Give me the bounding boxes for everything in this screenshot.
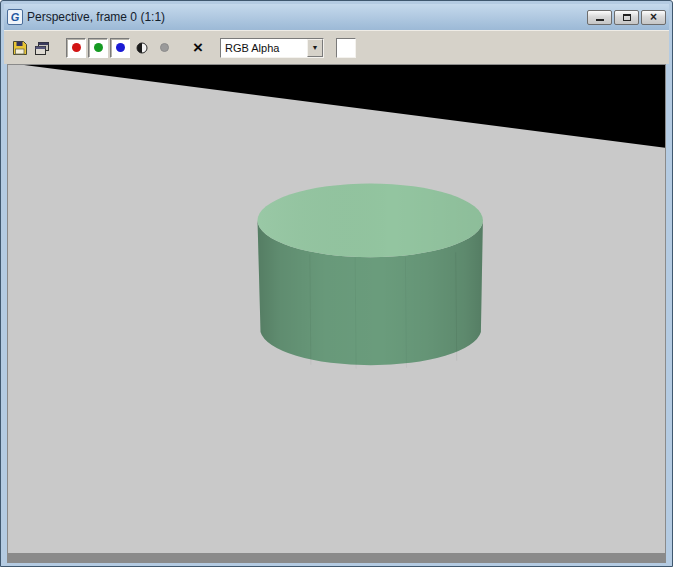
- monochrome-icon: [160, 43, 169, 52]
- viewport-frame: [7, 64, 666, 563]
- app-icon-glyph: G: [11, 11, 20, 23]
- green-channel-icon: [94, 43, 103, 52]
- minimize-icon: [596, 19, 604, 21]
- green-channel-button[interactable]: [88, 38, 108, 58]
- red-channel-button[interactable]: [66, 38, 86, 58]
- blue-channel-button[interactable]: [110, 38, 130, 58]
- floppy-disk-icon: [12, 40, 28, 56]
- monochrome-button[interactable]: [154, 38, 174, 58]
- window-title: Perspective, frame 0 (1:1): [27, 10, 583, 24]
- clone-windows-icon: [34, 40, 50, 56]
- save-image-button[interactable]: [10, 38, 30, 58]
- red-channel-icon: [72, 43, 81, 52]
- window-controls: ×: [587, 10, 666, 25]
- background-color-swatch[interactable]: [336, 38, 356, 58]
- blue-channel-icon: [116, 43, 125, 52]
- chevron-down-icon: ▼: [312, 44, 319, 51]
- close-button[interactable]: ×: [641, 10, 666, 25]
- maximize-icon: [623, 14, 631, 21]
- toolbar: × RGB Alpha ▼: [4, 30, 669, 64]
- alpha-channel-icon: [135, 41, 149, 55]
- close-icon: ×: [650, 11, 657, 23]
- channel-dropdown-arrow-button[interactable]: ▼: [307, 39, 323, 57]
- rendered-image[interactable]: [8, 65, 665, 553]
- minimize-button[interactable]: [587, 10, 612, 25]
- clear-button[interactable]: ×: [188, 38, 208, 58]
- cylinder-top-shading: [258, 184, 483, 258]
- app-icon: G: [7, 9, 23, 25]
- alpha-channel-button[interactable]: [132, 38, 152, 58]
- channel-dropdown-value: RGB Alpha: [221, 39, 307, 57]
- render-frame-window: G Perspective, frame 0 (1:1) ×: [0, 0, 673, 567]
- maximize-button[interactable]: [614, 10, 639, 25]
- channel-dropdown[interactable]: RGB Alpha ▼: [220, 38, 324, 58]
- clear-x-icon: ×: [193, 39, 203, 56]
- titlebar[interactable]: G Perspective, frame 0 (1:1) ×: [4, 4, 669, 30]
- clone-window-button[interactable]: [32, 38, 52, 58]
